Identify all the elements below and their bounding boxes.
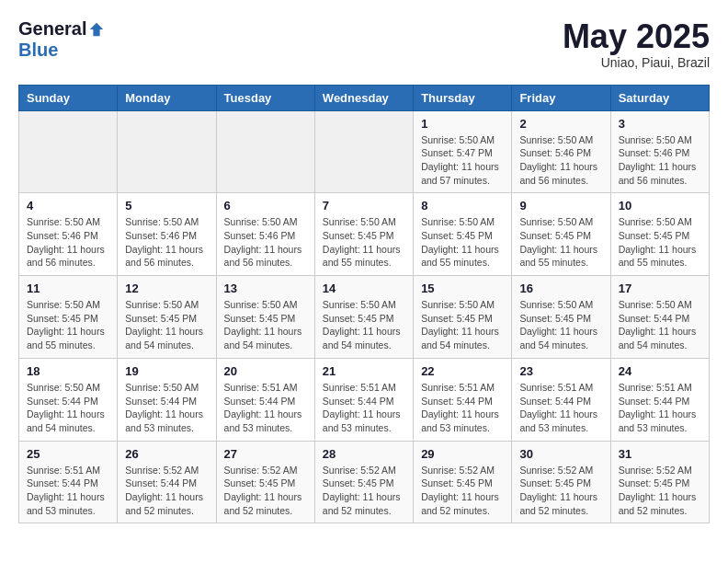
day-info: Sunrise: 5:51 AM Sunset: 5:44 PM Dayligh… xyxy=(519,381,602,435)
day-number: 23 xyxy=(519,364,602,378)
logo: General Blue xyxy=(18,18,105,61)
calendar-cell: 14Sunrise: 5:50 AM Sunset: 5:45 PM Dayli… xyxy=(314,276,413,359)
day-number: 31 xyxy=(619,447,701,461)
calendar-cell: 30Sunrise: 5:52 AM Sunset: 5:45 PM Dayli… xyxy=(512,441,610,523)
day-info: Sunrise: 5:50 AM Sunset: 5:46 PM Dayligh… xyxy=(27,215,109,270)
day-number: 12 xyxy=(125,282,208,295)
day-info: Sunrise: 5:51 AM Sunset: 5:44 PM Dayligh… xyxy=(421,381,504,435)
calendar-cell: 26Sunrise: 5:52 AM Sunset: 5:44 PM Dayli… xyxy=(118,441,216,523)
calendar-week-4: 18Sunrise: 5:50 AM Sunset: 5:44 PM Dayli… xyxy=(19,358,710,441)
day-number: 1 xyxy=(421,117,504,131)
day-info: Sunrise: 5:50 AM Sunset: 5:45 PM Dayligh… xyxy=(224,298,307,352)
day-number: 9 xyxy=(519,199,602,213)
day-info: Sunrise: 5:50 AM Sunset: 5:45 PM Dayligh… xyxy=(519,298,602,352)
day-number: 17 xyxy=(619,282,701,295)
calendar-week-3: 11Sunrise: 5:50 AM Sunset: 5:45 PM Dayli… xyxy=(19,276,710,359)
calendar-cell: 3Sunrise: 5:50 AM Sunset: 5:46 PM Daylig… xyxy=(610,110,709,193)
calendar-cell: 28Sunrise: 5:52 AM Sunset: 5:45 PM Dayli… xyxy=(314,441,413,523)
day-info: Sunrise: 5:50 AM Sunset: 5:44 PM Dayligh… xyxy=(27,381,109,435)
day-info: Sunrise: 5:50 AM Sunset: 5:45 PM Dayligh… xyxy=(27,298,109,352)
day-info: Sunrise: 5:52 AM Sunset: 5:45 PM Dayligh… xyxy=(519,464,602,518)
day-number: 27 xyxy=(224,447,307,461)
day-number: 24 xyxy=(619,364,701,378)
weekday-header-wednesday: Wednesday xyxy=(314,85,413,110)
day-info: Sunrise: 5:50 AM Sunset: 5:45 PM Dayligh… xyxy=(421,215,504,270)
day-number: 25 xyxy=(27,447,109,461)
calendar-cell: 11Sunrise: 5:50 AM Sunset: 5:45 PM Dayli… xyxy=(19,276,118,359)
day-info: Sunrise: 5:50 AM Sunset: 5:46 PM Dayligh… xyxy=(619,133,701,188)
month-title: May 2025 xyxy=(563,18,710,55)
day-number: 29 xyxy=(421,447,504,461)
day-number: 19 xyxy=(125,364,208,378)
calendar-cell: 2Sunrise: 5:50 AM Sunset: 5:46 PM Daylig… xyxy=(512,110,610,193)
weekday-header-tuesday: Tuesday xyxy=(216,85,314,110)
day-info: Sunrise: 5:51 AM Sunset: 5:44 PM Dayligh… xyxy=(619,381,701,435)
calendar-cell: 29Sunrise: 5:52 AM Sunset: 5:45 PM Dayli… xyxy=(414,441,512,523)
day-info: Sunrise: 5:52 AM Sunset: 5:45 PM Dayligh… xyxy=(421,464,504,518)
day-number: 20 xyxy=(224,364,307,378)
calendar-cell: 27Sunrise: 5:52 AM Sunset: 5:45 PM Dayli… xyxy=(216,441,314,523)
day-number: 15 xyxy=(421,282,504,295)
day-number: 13 xyxy=(224,282,307,295)
title-block: May 2025 Uniao, Piaui, Brazil xyxy=(563,18,710,70)
calendar-cell: 23Sunrise: 5:51 AM Sunset: 5:44 PM Dayli… xyxy=(512,358,610,441)
day-info: Sunrise: 5:50 AM Sunset: 5:44 PM Dayligh… xyxy=(619,298,701,352)
location-subtitle: Uniao, Piaui, Brazil xyxy=(563,55,710,70)
day-info: Sunrise: 5:50 AM Sunset: 5:45 PM Dayligh… xyxy=(421,298,504,352)
day-number: 8 xyxy=(421,199,504,213)
day-info: Sunrise: 5:52 AM Sunset: 5:45 PM Dayligh… xyxy=(323,464,405,518)
day-number: 16 xyxy=(519,282,602,295)
day-number: 30 xyxy=(519,447,602,461)
calendar-cell: 5Sunrise: 5:50 AM Sunset: 5:46 PM Daylig… xyxy=(118,193,216,276)
day-info: Sunrise: 5:50 AM Sunset: 5:45 PM Dayligh… xyxy=(323,298,405,352)
calendar-cell: 19Sunrise: 5:50 AM Sunset: 5:44 PM Dayli… xyxy=(118,358,216,441)
calendar-cell: 8Sunrise: 5:50 AM Sunset: 5:45 PM Daylig… xyxy=(414,193,512,276)
logo-blue-text: Blue xyxy=(18,40,58,61)
calendar-cell xyxy=(314,110,413,193)
weekday-header-friday: Friday xyxy=(512,85,610,110)
weekday-header-monday: Monday xyxy=(118,85,216,110)
day-info: Sunrise: 5:52 AM Sunset: 5:45 PM Dayligh… xyxy=(619,464,701,518)
calendar-cell: 9Sunrise: 5:50 AM Sunset: 5:45 PM Daylig… xyxy=(512,193,610,276)
day-number: 18 xyxy=(27,364,109,378)
calendar-week-2: 4Sunrise: 5:50 AM Sunset: 5:46 PM Daylig… xyxy=(19,193,710,276)
day-number: 11 xyxy=(27,282,109,295)
calendar-cell xyxy=(19,110,118,193)
day-number: 28 xyxy=(323,447,405,461)
calendar-cell: 20Sunrise: 5:51 AM Sunset: 5:44 PM Dayli… xyxy=(216,358,314,441)
calendar-cell: 12Sunrise: 5:50 AM Sunset: 5:45 PM Dayli… xyxy=(118,276,216,359)
day-number: 10 xyxy=(619,199,701,213)
day-number: 7 xyxy=(323,199,405,213)
weekday-header-row: SundayMondayTuesdayWednesdayThursdayFrid… xyxy=(19,85,710,110)
page-header: General Blue May 2025 Uniao, Piaui, Braz… xyxy=(18,18,710,70)
day-info: Sunrise: 5:50 AM Sunset: 5:44 PM Dayligh… xyxy=(125,381,208,435)
calendar-cell xyxy=(216,110,314,193)
day-number: 3 xyxy=(619,117,701,131)
calendar-cell: 6Sunrise: 5:50 AM Sunset: 5:46 PM Daylig… xyxy=(216,193,314,276)
day-info: Sunrise: 5:51 AM Sunset: 5:44 PM Dayligh… xyxy=(27,464,109,518)
day-info: Sunrise: 5:50 AM Sunset: 5:45 PM Dayligh… xyxy=(519,215,602,270)
calendar-cell: 21Sunrise: 5:51 AM Sunset: 5:44 PM Dayli… xyxy=(314,358,413,441)
day-number: 2 xyxy=(519,117,602,131)
day-info: Sunrise: 5:50 AM Sunset: 5:45 PM Dayligh… xyxy=(125,298,208,352)
day-info: Sunrise: 5:50 AM Sunset: 5:46 PM Dayligh… xyxy=(224,215,307,270)
day-info: Sunrise: 5:50 AM Sunset: 5:45 PM Dayligh… xyxy=(619,215,701,270)
day-number: 21 xyxy=(323,364,405,378)
logo-icon xyxy=(88,21,105,38)
calendar-table: SundayMondayTuesdayWednesdayThursdayFrid… xyxy=(18,85,710,524)
day-number: 22 xyxy=(421,364,504,378)
calendar-week-1: 1Sunrise: 5:50 AM Sunset: 5:47 PM Daylig… xyxy=(19,110,710,193)
day-info: Sunrise: 5:51 AM Sunset: 5:44 PM Dayligh… xyxy=(224,381,307,435)
calendar-week-5: 25Sunrise: 5:51 AM Sunset: 5:44 PM Dayli… xyxy=(19,441,710,523)
calendar-cell: 31Sunrise: 5:52 AM Sunset: 5:45 PM Dayli… xyxy=(610,441,709,523)
weekday-header-sunday: Sunday xyxy=(19,85,118,110)
day-info: Sunrise: 5:52 AM Sunset: 5:44 PM Dayligh… xyxy=(125,464,208,518)
calendar-cell: 22Sunrise: 5:51 AM Sunset: 5:44 PM Dayli… xyxy=(414,358,512,441)
calendar-cell: 7Sunrise: 5:50 AM Sunset: 5:45 PM Daylig… xyxy=(314,193,413,276)
calendar-cell: 15Sunrise: 5:50 AM Sunset: 5:45 PM Dayli… xyxy=(414,276,512,359)
day-number: 6 xyxy=(224,199,307,213)
calendar-cell: 17Sunrise: 5:50 AM Sunset: 5:44 PM Dayli… xyxy=(610,276,709,359)
day-info: Sunrise: 5:50 AM Sunset: 5:47 PM Dayligh… xyxy=(421,133,504,188)
calendar-cell: 24Sunrise: 5:51 AM Sunset: 5:44 PM Dayli… xyxy=(610,358,709,441)
calendar-cell: 13Sunrise: 5:50 AM Sunset: 5:45 PM Dayli… xyxy=(216,276,314,359)
